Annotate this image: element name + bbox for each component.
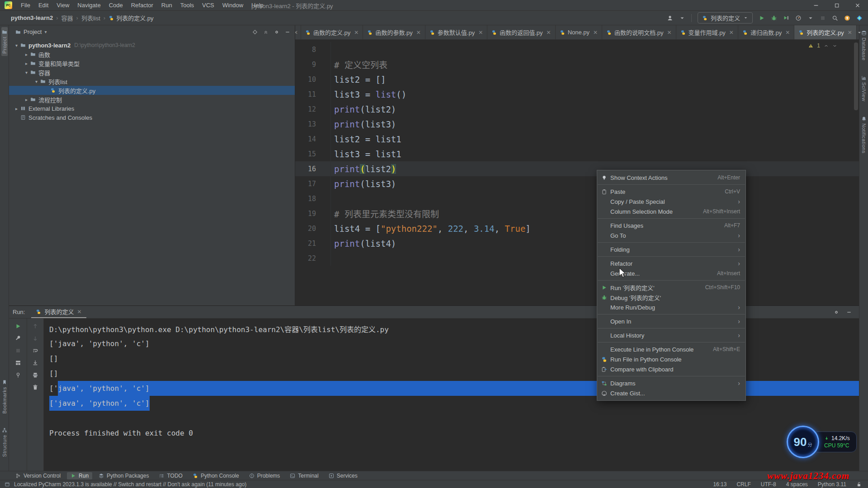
up-icon[interactable]	[32, 323, 38, 329]
close-button[interactable]	[847, 0, 868, 11]
close-icon[interactable]: ✕	[295, 29, 298, 36]
minimize-icon[interactable]	[285, 29, 290, 35]
breadcrumb-item[interactable]: python3-learn2	[11, 14, 53, 21]
tree-item[interactable]: ▾python3-learn2D:\python\python3-learn2	[9, 41, 295, 50]
context-menu-item[interactable]: Create Gist...	[597, 388, 745, 398]
chevron-down-icon[interactable]: ▾	[33, 79, 40, 84]
context-menu-item[interactable]: Show Context ActionsAlt+Enter	[597, 173, 745, 183]
close-icon[interactable]: ✕	[729, 29, 734, 36]
editor-tab[interactable]: None.py✕	[556, 25, 602, 39]
toolwindow-button-run[interactable]: Run	[67, 472, 92, 479]
maximize-button[interactable]	[826, 0, 847, 11]
run-button[interactable]	[759, 15, 765, 21]
code-line[interactable]: 11list3 = list()	[295, 87, 859, 102]
chevron-down-icon[interactable]	[857, 30, 862, 35]
menu-navigate[interactable]: Navigate	[73, 0, 104, 10]
collapse-all-icon[interactable]	[263, 29, 269, 35]
close-icon[interactable]: ✕	[478, 29, 483, 36]
close-icon[interactable]: ✕	[547, 29, 551, 36]
context-menu-item[interactable]: Run File in Python Console	[597, 354, 745, 364]
menu-file[interactable]: File	[17, 0, 34, 10]
status-widget[interactable]: 4 spaces	[786, 481, 808, 488]
menu-code[interactable]: Code	[105, 0, 127, 10]
code-line[interactable]: 20list4 = ["python222", 222, 3.14, True]	[295, 221, 859, 236]
pin-icon[interactable]	[15, 372, 21, 378]
code-line[interactable]: 22	[295, 251, 859, 266]
editor-tab[interactable]: 函数的定义.py✕	[301, 25, 363, 39]
stop-button[interactable]	[820, 15, 826, 21]
user-icon[interactable]	[667, 15, 673, 21]
status-widget[interactable]: CRLF	[736, 481, 750, 488]
coverage-button[interactable]	[783, 15, 789, 21]
toolwindow-button-python-console[interactable]: Python Console	[189, 472, 243, 479]
run-configuration-select[interactable]: 列表的定义	[698, 12, 753, 23]
tree-item[interactable]: ▸变量和简单类型	[9, 59, 295, 68]
close-icon[interactable]: ✕	[77, 309, 81, 315]
tree-item[interactable]: Scratches and Consoles	[9, 113, 295, 122]
tree-item[interactable]: ▸函数	[9, 50, 295, 59]
editor-tab[interactable]: 递归函数.py✕	[738, 25, 794, 39]
trash-icon[interactable]	[32, 384, 38, 390]
context-menu-item[interactable]: Copy / Paste Special›	[597, 197, 745, 206]
run-tab[interactable]: 列表的定义 ✕	[31, 306, 86, 318]
editor-tab[interactable]: 函数的参数.py✕	[363, 25, 425, 39]
menu-run[interactable]: Run	[157, 0, 176, 10]
context-menu-item[interactable]: Local History›	[597, 330, 745, 340]
context-menu-item[interactable]: Execute Line in Python ConsoleAlt+Shift+…	[597, 344, 745, 354]
sidebar-item-notifications[interactable]: Notifications	[861, 114, 867, 155]
project-tab[interactable]: Project ▾	[15, 28, 47, 35]
context-menu-item[interactable]: Column Selection ModeAlt+Shift+Insert	[597, 206, 745, 216]
minimize-button[interactable]	[806, 0, 826, 11]
rerun-icon[interactable]	[15, 323, 21, 329]
event-log-icon[interactable]	[5, 482, 10, 487]
scrollend-icon[interactable]	[32, 360, 38, 366]
chevron-up-icon[interactable]	[824, 43, 829, 48]
code-line[interactable]: 21print(list4)	[295, 236, 859, 251]
menu-window[interactable]: Window	[218, 0, 247, 10]
menu-vcs[interactable]: VCS	[198, 0, 218, 10]
toolwindow-button-todo[interactable]: TODO	[155, 472, 186, 479]
breadcrumb-item[interactable]: 列表的定义.py	[108, 14, 153, 22]
sidebar-item-structure[interactable]: Structure	[1, 425, 8, 459]
gear-icon[interactable]	[274, 29, 279, 35]
wrench-icon[interactable]	[15, 335, 21, 342]
toolwindow-button-terminal[interactable]: Terminal	[286, 472, 322, 479]
down-icon[interactable]	[32, 335, 38, 342]
context-menu-item[interactable]: More Run/Debug›	[597, 302, 745, 312]
context-menu-item[interactable]: Diagrams›	[597, 378, 745, 388]
context-menu-item[interactable]: PasteCtrl+V	[597, 187, 745, 197]
tree-item[interactable]: ▸流程控制	[9, 95, 295, 104]
close-icon[interactable]: ✕	[785, 29, 790, 36]
tree-item[interactable]: ▾容器	[9, 68, 295, 77]
close-icon[interactable]: ✕	[354, 29, 359, 36]
editor-tab[interactable]: 变量作用域.py✕	[676, 25, 738, 39]
stop-icon[interactable]	[15, 347, 21, 354]
breadcrumb-item[interactable]: 容器	[61, 14, 73, 22]
layout-icon[interactable]	[15, 360, 21, 366]
menu-tools[interactable]: Tools	[176, 0, 198, 10]
toolwindow-button-services[interactable]: Services	[325, 472, 361, 479]
code-line[interactable]: 17print(list3)	[295, 176, 859, 191]
menu-view[interactable]: View	[52, 0, 73, 10]
chevron-right-icon[interactable]: ▸	[13, 106, 20, 111]
sidebar-item-bookmarks[interactable]: Bookmarks	[1, 377, 8, 416]
editor-tab[interactable]: 式.py✕	[295, 25, 301, 39]
breadcrumb-item[interactable]: 列表list	[81, 14, 100, 22]
code-line[interactable]: 10list2 = []	[295, 72, 859, 87]
chevron-down-icon[interactable]: ▾	[23, 70, 30, 75]
code-area[interactable]: 89# 定义空列表10list2 = []11list3 = list()12p…	[295, 40, 859, 305]
chevron-down-icon[interactable]	[832, 43, 837, 48]
menu-edit[interactable]: Edit	[34, 0, 52, 10]
close-icon[interactable]: ✕	[593, 29, 598, 36]
debug-button[interactable]	[771, 15, 777, 21]
search-everywhere-button[interactable]	[832, 15, 838, 21]
settings-gem-button[interactable]	[856, 15, 863, 21]
gear-icon[interactable]	[834, 310, 839, 315]
editor-tab[interactable]: 参数默认值.py✕	[425, 25, 487, 39]
code-line[interactable]: 15list3 = list1	[295, 146, 859, 161]
editor-scrollbar[interactable]	[854, 42, 858, 304]
context-menu-item[interactable]: Folding›	[597, 244, 745, 254]
status-widget[interactable]: 16:13	[713, 481, 726, 488]
context-menu-item[interactable]: Compare with Clipboard	[597, 364, 745, 374]
editor-tab[interactable]: 函数的返回值.py✕	[487, 25, 555, 39]
